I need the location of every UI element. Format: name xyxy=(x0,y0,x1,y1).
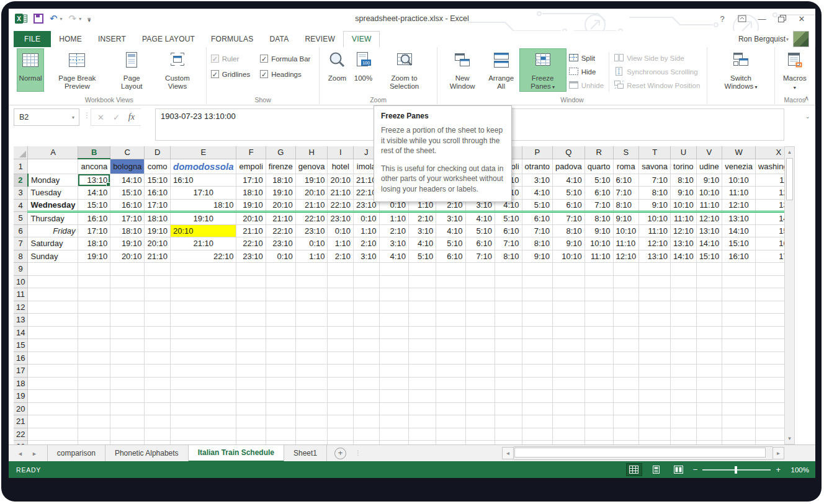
grid-cell[interactable] xyxy=(110,263,145,276)
ribbon-display-options-button[interactable] xyxy=(733,11,751,26)
grid-cell[interactable] xyxy=(379,428,408,441)
grid-cell[interactable] xyxy=(110,377,145,390)
grid-cell[interactable] xyxy=(465,314,495,327)
grid-cell[interactable]: 6:10 xyxy=(613,174,639,187)
row-header-7[interactable]: 7 xyxy=(14,237,28,250)
scroll-up-icon[interactable]: ▲ xyxy=(785,147,794,157)
grid-cell[interactable] xyxy=(266,365,295,378)
grid-cell[interactable] xyxy=(436,415,465,428)
day-cell-thursday[interactable]: Thursday xyxy=(28,212,78,225)
grid-cell[interactable] xyxy=(522,428,552,441)
grid-cell[interactable] xyxy=(696,377,722,390)
new-window-button[interactable]: New Window xyxy=(442,48,483,92)
grid-cell[interactable]: 16:10 xyxy=(145,187,171,200)
undo-dropdown-icon[interactable]: ▾ xyxy=(60,16,63,22)
grid-cell[interactable] xyxy=(495,377,522,390)
grid-cell[interactable] xyxy=(266,263,295,276)
grid-cell[interactable] xyxy=(354,339,380,352)
grid-cell[interactable]: 12:10 xyxy=(639,237,671,250)
grid-cell[interactable] xyxy=(145,428,171,441)
grid-cell[interactable] xyxy=(553,415,585,428)
grid-cell[interactable] xyxy=(436,402,465,415)
grid-cell[interactable] xyxy=(110,402,145,415)
grid-cell[interactable] xyxy=(755,339,784,352)
grid-cell[interactable] xyxy=(78,402,110,415)
grid-cell[interactable] xyxy=(639,339,671,352)
grid-cell[interactable]: 0:10 xyxy=(354,212,380,225)
grid-cell[interactable] xyxy=(671,351,697,365)
grid-cell[interactable]: 5:10 xyxy=(522,199,552,212)
grid-cell[interactable] xyxy=(553,275,585,288)
checkbox-icon[interactable]: ✓ xyxy=(260,55,268,63)
grid-cell[interactable]: 21:10 xyxy=(266,212,295,225)
city-header-domodossola[interactable]: domodossola xyxy=(170,159,236,174)
grid-cell[interactable] xyxy=(145,301,171,314)
grid-cell[interactable]: 5:10 xyxy=(408,250,436,263)
grid-cell[interactable]: 19:10 xyxy=(236,199,266,212)
grid-cell[interactable] xyxy=(722,339,756,352)
grid-cell[interactable] xyxy=(722,402,756,415)
grid-cell[interactable] xyxy=(639,390,671,403)
grid-cell[interactable] xyxy=(553,365,585,378)
city-header-firenze[interactable]: firenze xyxy=(266,159,295,174)
grid-cell[interactable] xyxy=(436,263,465,276)
grid-cell[interactable] xyxy=(295,390,328,403)
page-break-preview-button[interactable] xyxy=(671,463,687,476)
grid-cell[interactable] xyxy=(722,428,756,441)
grid-cell[interactable] xyxy=(613,339,639,352)
grid-cell[interactable] xyxy=(671,326,697,339)
grid-cell[interactable]: 11:10 xyxy=(755,174,784,187)
select-all-corner[interactable] xyxy=(14,146,28,159)
grid-cell[interactable] xyxy=(613,275,639,288)
grid-cell[interactable] xyxy=(110,351,145,365)
grid-cell[interactable]: 10:10 xyxy=(722,174,756,187)
grid-cell[interactable]: 19:10 xyxy=(170,212,236,225)
row-header-10[interactable]: 10 xyxy=(14,275,28,288)
grid-cell[interactable] xyxy=(295,365,328,378)
grid-cell[interactable]: 2:10 xyxy=(354,237,380,250)
row-header-18[interactable]: 18 xyxy=(14,377,28,390)
grid-cell[interactable] xyxy=(295,288,328,301)
col-header-E[interactable]: E xyxy=(170,146,236,159)
grid-cell[interactable] xyxy=(639,275,671,288)
grid-cell[interactable] xyxy=(28,263,78,276)
excel-app-icon[interactable]: X xyxy=(15,12,27,25)
ribbon-tab-view[interactable]: VIEW xyxy=(343,31,380,47)
grid-cell[interactable] xyxy=(613,351,639,365)
grid-cell[interactable]: 21:10 xyxy=(145,250,171,263)
grid-cell[interactable] xyxy=(696,365,722,378)
grid-cell[interactable] xyxy=(584,288,613,301)
grid-cell[interactable]: 23:10 xyxy=(328,212,354,225)
grid-cell[interactable] xyxy=(553,351,585,365)
grid-cell[interactable]: 11:10 xyxy=(639,224,671,237)
grid-cell[interactable]: 18:10 xyxy=(110,224,145,237)
grid-cell[interactable] xyxy=(145,415,171,428)
grid-cell[interactable] xyxy=(28,339,78,352)
grid-cell[interactable] xyxy=(379,365,408,378)
grid-cell[interactable] xyxy=(584,377,613,390)
grid-cell[interactable] xyxy=(436,301,465,314)
grid-cell[interactable]: 11:10 xyxy=(613,237,639,250)
grid-cell[interactable] xyxy=(328,263,354,276)
grid-cell[interactable] xyxy=(295,301,328,314)
split-button[interactable]: Split xyxy=(569,52,604,64)
grid-cell[interactable] xyxy=(408,365,436,378)
grid-cell[interactable] xyxy=(28,428,78,441)
grid-cell[interactable]: 3:10 xyxy=(408,224,436,237)
grid-cell[interactable] xyxy=(584,365,613,378)
grid-cell[interactable] xyxy=(696,314,722,327)
grid-cell[interactable] xyxy=(266,326,295,339)
grid-cell[interactable] xyxy=(408,275,436,288)
zoom-in-icon[interactable]: + xyxy=(776,466,781,474)
grid-cell[interactable] xyxy=(145,390,171,403)
grid-cell[interactable] xyxy=(465,339,495,352)
grid-cell[interactable] xyxy=(755,263,784,276)
grid-cell[interactable] xyxy=(408,428,436,441)
grid-cell[interactable]: 14:10 xyxy=(722,224,756,237)
grid-cell[interactable] xyxy=(379,339,408,352)
grid-cell[interactable] xyxy=(78,288,110,301)
grid-cell[interactable] xyxy=(28,390,78,403)
grid-cell[interactable] xyxy=(170,351,236,365)
grid-cell[interactable]: 3:10 xyxy=(379,237,408,250)
grid-cell[interactable] xyxy=(465,275,495,288)
